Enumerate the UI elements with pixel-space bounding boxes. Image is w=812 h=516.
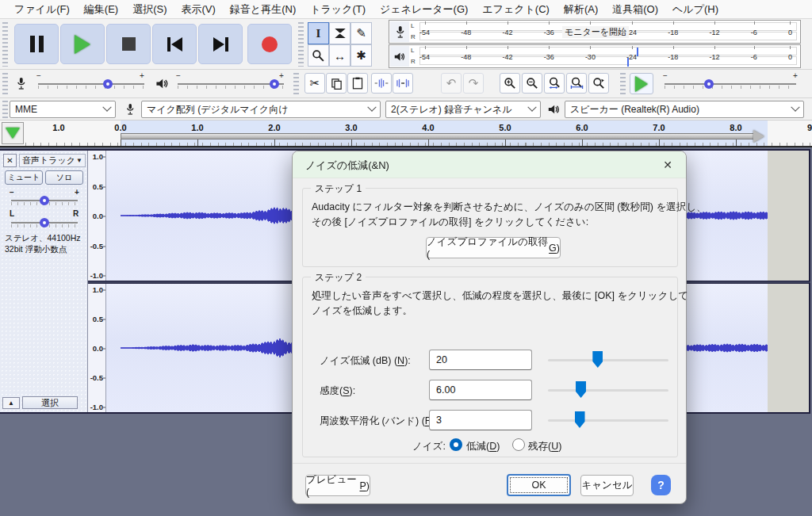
cancel-button[interactable]: キャンセル <box>580 475 634 496</box>
toolbar-grip[interactable] <box>298 22 304 67</box>
playback-meter[interactable]: LR -54-48-42-36-30-24-18-12-60 <box>389 44 801 68</box>
gain-thumb[interactable] <box>40 196 49 205</box>
solo-button[interactable]: ソロ <box>45 170 83 185</box>
mixer-edit-toolbar: − + − + ✂ ↶ ↷ − + <box>0 70 812 98</box>
microphone-icon <box>125 102 135 120</box>
play-icon <box>75 35 90 54</box>
playback-volume-slider[interactable] <box>178 83 284 85</box>
menu-edit[interactable]: 編集(E) <box>78 1 124 18</box>
recording-device-select[interactable]: マイク配列 (デジタルマイク向け <box>141 101 381 118</box>
draw-tool-button[interactable]: ✎ <box>350 22 372 44</box>
trim-outside-selection-button[interactable] <box>371 73 392 94</box>
noise-reduction-slider[interactable] <box>548 351 668 369</box>
skip-to-start-button[interactable] <box>152 24 197 64</box>
envelope-tool-button[interactable] <box>329 22 350 44</box>
toolbar-grip[interactable] <box>620 73 626 95</box>
playback-device-select[interactable]: スピーカー (Realtek(R) Audio) <box>565 101 804 118</box>
slider-thumb[interactable] <box>576 381 586 398</box>
skip-to-end-button[interactable] <box>198 24 243 64</box>
recording-volume-thumb[interactable] <box>103 79 113 89</box>
slider-thumb[interactable] <box>592 351 603 368</box>
stop-icon <box>122 37 136 51</box>
pan-thumb[interactable] <box>40 218 49 227</box>
mute-button[interactable]: ミュート <box>5 170 43 185</box>
recording-volume-slider[interactable] <box>38 83 144 85</box>
play-at-speed-button[interactable] <box>630 73 653 94</box>
plus-label: + <box>279 71 284 80</box>
meter-channel-labels: LR <box>411 45 416 67</box>
play-speed-slider[interactable] <box>665 83 796 85</box>
speaker-icon <box>155 77 170 94</box>
recording-channels-select[interactable]: 2(ステレオ) 録音チャンネル <box>385 101 541 118</box>
dialog-title-bar[interactable]: ノイズの低減(&N) ✕ <box>293 151 686 178</box>
zoom-toggle-button[interactable] <box>588 73 609 94</box>
preview-button[interactable]: プレビュー(P) <box>305 475 370 496</box>
multi-tool-button[interactable]: ✱ <box>350 44 372 67</box>
track-title-menu[interactable]: 音声トラック▼ <box>19 154 86 167</box>
zoom-out-button[interactable] <box>522 73 542 94</box>
sensitivity-input[interactable]: 6.00 <box>429 380 532 400</box>
quick-play-bar[interactable] <box>121 133 755 140</box>
menu-tracks[interactable]: トラック(T) <box>304 1 372 18</box>
chevron-down-icon <box>527 103 536 112</box>
menu-generate[interactable]: ジェネレーター(G) <box>373 1 474 18</box>
radio-residue-label[interactable]: 残存(U) <box>528 440 561 453</box>
noise-reduction-label: ノイズ低減 (dB) (N): <box>320 354 411 368</box>
vertical-scale-ruler[interactable]: 1.0 0.5 0.0 -0.5 -1.0 <box>88 151 106 281</box>
zoom-tool-button[interactable] <box>308 44 329 67</box>
help-button[interactable]: ? <box>651 475 671 495</box>
toolbar-grip[interactable] <box>2 73 8 95</box>
menu-help[interactable]: ヘルプ(H) <box>666 1 725 18</box>
menu-tools[interactable]: 道具箱(O) <box>606 1 665 18</box>
silence-selection-button[interactable] <box>393 73 413 94</box>
playback-volume-thumb[interactable] <box>270 79 279 89</box>
zoom-in-button[interactable] <box>500 73 520 94</box>
paste-button[interactable] <box>347 73 368 94</box>
copy-button[interactable] <box>326 73 347 94</box>
fit-project-button[interactable] <box>566 73 587 94</box>
radio-reduce[interactable] <box>450 438 462 451</box>
play-button[interactable] <box>60 24 105 64</box>
menu-transport[interactable]: 録音と再生(N) <box>224 1 302 18</box>
play-speed-thumb[interactable] <box>704 79 714 89</box>
zoom-out-icon <box>526 77 539 90</box>
timeline-label: 4.0 <box>422 123 434 132</box>
noise-reduction-input[interactable]: 20 <box>429 350 532 370</box>
track-select-button[interactable]: 選択 <box>22 396 78 409</box>
timeline-label: 8.0 <box>730 123 741 132</box>
undo-button[interactable]: ↶ <box>441 73 462 94</box>
cut-button[interactable]: ✂ <box>304 73 325 94</box>
get-noise-profile-button[interactable]: ノイズプロファイルの取得(G) <box>426 237 561 258</box>
track-close-button[interactable]: ✕ <box>3 154 17 167</box>
menu-select[interactable]: 選択(S) <box>126 1 173 18</box>
pause-button[interactable] <box>14 24 59 64</box>
track-collapse-button[interactable]: ▲ <box>2 397 20 409</box>
frequency-smoothing-slider[interactable] <box>548 411 668 429</box>
stop-button[interactable] <box>106 24 151 64</box>
toolbar-grip[interactable] <box>2 22 8 67</box>
toolbar-grip[interactable] <box>2 101 8 118</box>
menu-file[interactable]: ファイル(F) <box>8 1 76 18</box>
vertical-scale-ruler[interactable]: 1.0 0.5 0.0 -0.5 -1.0 <box>88 284 106 412</box>
selection-tool-button[interactable]: I <box>308 22 329 44</box>
sensitivity-slider[interactable] <box>548 381 668 399</box>
slider-thumb[interactable] <box>575 411 585 428</box>
recording-meter[interactable]: LR -54-48-42-36-30-24-18-12-60 モニターを開始 <box>389 20 801 44</box>
timeline-ruler[interactable]: 1.0 0.0 1.0 2.0 3.0 4.0 5.0 6.0 7.0 8.0 … <box>0 120 812 147</box>
fit-selection-button[interactable] <box>544 73 565 94</box>
toolbar-grip[interactable] <box>293 73 299 95</box>
slider-ticks <box>38 86 144 89</box>
menu-effect[interactable]: エフェクト(C) <box>476 1 556 18</box>
close-icon[interactable]: ✕ <box>661 158 675 172</box>
redo-button[interactable]: ↷ <box>463 73 484 94</box>
menu-view[interactable]: 表示(V) <box>175 1 222 18</box>
pinned-play-head-button[interactable] <box>2 122 24 144</box>
radio-residue[interactable] <box>512 438 525 451</box>
timeshift-tool-button[interactable]: ↔ <box>329 44 350 67</box>
record-button[interactable] <box>247 24 292 64</box>
frequency-smoothing-input[interactable]: 3 <box>429 410 532 430</box>
audio-host-select[interactable]: MME <box>10 101 116 118</box>
menu-analyze[interactable]: 解析(A) <box>557 1 604 18</box>
ok-button[interactable]: OK <box>507 474 571 496</box>
radio-reduce-label[interactable]: 低減(D) <box>466 440 500 453</box>
